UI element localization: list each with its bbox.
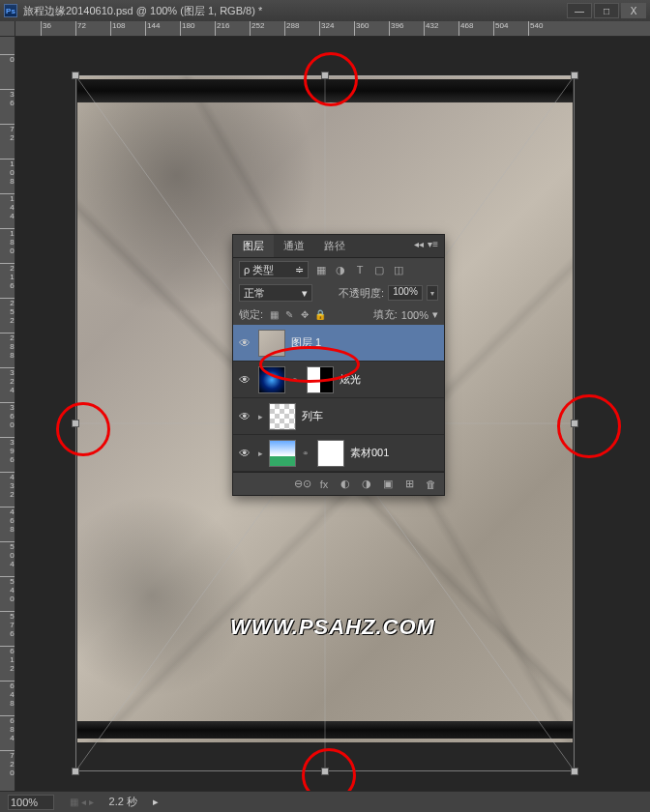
layer-list: 👁图层 1👁⚭炫光👁▸列车👁▸⚭素材001 [233, 325, 444, 472]
ruler-origin[interactable] [0, 21, 15, 37]
transform-handle-br[interactable] [571, 768, 578, 775]
ruler-tick: 396 [0, 437, 15, 464]
ruler-horizontal[interactable]: 0367210814418021625228832436039643246850… [15, 21, 650, 37]
blend-mode-select[interactable]: 正常▾ [239, 284, 312, 302]
ruler-tick: 72 [0, 124, 15, 142]
statusbar-nav[interactable]: ▦ ◂ ▸ [70, 797, 94, 807]
layer-mask-thumbnail[interactable] [307, 366, 334, 393]
ruler-tick: 540 [0, 576, 15, 603]
visibility-eye-icon[interactable]: 👁 [237, 409, 252, 424]
group-icon[interactable]: ▣ [378, 476, 398, 493]
mask-icon[interactable]: ◐ [336, 476, 355, 493]
tab-paths[interactable]: 路径 [314, 235, 355, 257]
layer-name[interactable]: 素材001 [350, 446, 389, 460]
ruler-tick: 72 [75, 21, 86, 37]
expand-arrow-icon[interactable]: ▸ [258, 449, 263, 458]
ruler-tick: 180 [180, 21, 194, 37]
link-icon[interactable]: ⚭ [291, 375, 301, 385]
transform-handle-r[interactable] [571, 420, 578, 427]
ruler-tick: 360 [0, 402, 15, 429]
filter-icon[interactable]: ◫ [390, 261, 407, 278]
fill-label: 填充: [373, 307, 398, 322]
ruler-tick: 432 [0, 472, 15, 499]
layer-thumbnail[interactable] [269, 403, 296, 430]
lock-icon[interactable]: 🔒 [313, 308, 327, 322]
transform-handle-tr[interactable] [571, 72, 578, 79]
panel-menu[interactable]: ◂◂ ▾≡ [408, 235, 444, 257]
lock-label: 锁定: [239, 307, 263, 322]
fill-value[interactable]: 100% [401, 309, 428, 321]
blend-mode-row: 正常▾ 不透明度: 100% ▾ [233, 281, 444, 304]
tab-channels[interactable]: 通道 [274, 235, 314, 257]
opacity-label: 不透明度: [339, 286, 384, 301]
app-icon: Ps [4, 4, 17, 17]
layer-name[interactable]: 炫光 [340, 372, 361, 387]
lock-icon[interactable]: ✎ [282, 308, 296, 322]
layer-row[interactable]: 👁⚭炫光 [233, 362, 444, 398]
ruler-tick: 540 [528, 21, 543, 37]
filter-icon[interactable]: ▢ [370, 261, 388, 278]
titlebar: Ps 旅程边缘20140610.psd @ 100% (图层 1, RGB/8)… [0, 0, 650, 21]
ruler-tick: 720 [0, 750, 15, 777]
ruler-tick: 324 [319, 21, 334, 37]
ruler-tick: 108 [0, 159, 15, 186]
lock-row: 锁定: ▦✎✥🔒 填充: 100% ▾ [233, 304, 444, 325]
layer-name[interactable]: 图层 1 [291, 335, 321, 350]
lock-icon[interactable]: ▦ [267, 308, 281, 322]
layer-row[interactable]: 👁▸⚭素材001 [233, 435, 444, 472]
ruler-tick: 252 [250, 21, 264, 37]
filter-icon[interactable]: ▦ [312, 261, 330, 278]
opacity-value[interactable]: 100% [388, 285, 423, 301]
expand-arrow-icon[interactable]: ▸ [258, 412, 263, 421]
ruler-tick: 144 [145, 21, 160, 37]
opacity-dropdown[interactable]: ▾ [427, 285, 438, 301]
minimize-button[interactable]: — [567, 3, 592, 18]
ruler-tick: 612 [0, 646, 15, 673]
ruler-tick: 468 [0, 507, 15, 534]
panel-collapse-icon[interactable]: ◂◂ [414, 239, 424, 253]
layer-thumbnail[interactable] [269, 440, 296, 467]
ruler-tick: 504 [0, 541, 15, 568]
transform-handle-tl[interactable] [72, 72, 79, 79]
lock-icon[interactable]: ✥ [298, 308, 311, 322]
timing-arrow[interactable]: ▸ [153, 796, 159, 808]
visibility-eye-icon[interactable]: 👁 [237, 372, 252, 388]
layer-row[interactable]: 👁▸列车 [233, 398, 444, 435]
filter-icon[interactable]: T [351, 261, 369, 278]
filter-icon[interactable]: ◑ [332, 261, 349, 278]
link-icon[interactable]: ⚭ [302, 449, 311, 458]
timing-display: 2.2 秒 [109, 795, 137, 809]
trash-icon[interactable]: 🗑 [421, 476, 440, 493]
transform-handle-l[interactable] [72, 420, 79, 427]
transform-handle-t[interactable] [321, 72, 329, 79]
layer-mask-thumbnail[interactable] [317, 440, 344, 467]
fill-dropdown[interactable]: ▾ [432, 308, 438, 321]
close-button[interactable]: X [621, 3, 646, 18]
layers-panel[interactable]: 图层 通道 路径 ◂◂ ▾≡ ρ 类型≑ ▦◑T▢◫ 正常▾ 不透明度: 100… [232, 234, 445, 496]
visibility-eye-icon[interactable]: 👁 [237, 446, 252, 461]
document-title: 旅程边缘20140610.psd @ 100% (图层 1, RGB/8) * [23, 4, 565, 18]
ruler-tick: 504 [493, 21, 508, 37]
layer-row[interactable]: 👁图层 1 [233, 325, 444, 362]
ruler-tick: 36 [0, 37, 15, 38]
visibility-eye-icon[interactable]: 👁 [237, 335, 252, 351]
ruler-tick: 216 [0, 263, 15, 290]
filter-type-select[interactable]: ρ 类型≑ [239, 261, 309, 278]
tab-layers[interactable]: 图层 [233, 235, 274, 257]
layer-thumbnail[interactable] [258, 330, 285, 357]
panel-menu-icon[interactable]: ▾≡ [428, 239, 438, 253]
maximize-button[interactable]: □ [594, 3, 619, 18]
zoom-input[interactable] [8, 795, 54, 810]
layer-thumbnail[interactable] [258, 366, 285, 393]
ruler-tick: 288 [0, 333, 15, 360]
ruler-tick: 216 [215, 21, 229, 37]
fx-icon[interactable]: fx [314, 476, 334, 493]
transform-handle-bl[interactable] [72, 768, 79, 775]
layer-filter-row: ρ 类型≑ ▦◑T▢◫ [233, 258, 444, 281]
link-layers-icon[interactable]: ⊖⊙ [293, 476, 312, 493]
adjustment-icon[interactable]: ◑ [357, 476, 376, 493]
ruler-vertical[interactable]: 3603672108144180216252288324360396432468… [0, 37, 15, 791]
layer-name[interactable]: 列车 [302, 409, 323, 423]
new-layer-icon[interactable]: ⊞ [399, 476, 419, 493]
transform-handle-b[interactable] [321, 768, 329, 775]
